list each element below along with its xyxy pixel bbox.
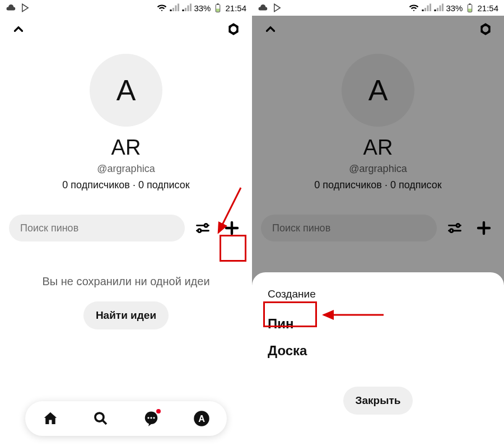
filter-button[interactable] (192, 217, 214, 239)
avatar[interactable]: A (90, 54, 162, 127)
empty-message: Вы не сохранили ни одной идеи (0, 275, 252, 288)
sheet-title: Создание (268, 288, 488, 300)
svg-point-7 (147, 417, 149, 419)
home-icon (42, 410, 59, 427)
signal-2-icon (433, 3, 444, 13)
svg-rect-13 (468, 9, 472, 12)
notification-dot (156, 409, 161, 414)
nav-search[interactable] (91, 409, 110, 428)
create-board-option[interactable]: Доска (268, 337, 307, 364)
battery-icon (213, 3, 223, 13)
signal-2-icon (181, 3, 192, 13)
follow-stats: 0 подписчиков · 0 подписок (0, 179, 252, 191)
svg-point-8 (150, 417, 152, 419)
display-name: AR (0, 136, 252, 160)
screenshot-right: 33% 21:54 A AR @argraphica 0 подписчиков… (252, 0, 504, 446)
nav-home[interactable] (41, 409, 60, 428)
add-button[interactable] (221, 217, 243, 239)
create-sheet: Создание Пин Доска Закрыть (252, 272, 504, 446)
filter-icon (195, 220, 211, 236)
find-ideas-button[interactable]: Найти идеи (83, 301, 169, 329)
signal-1-icon (421, 3, 431, 13)
battery-percent: 33% (446, 3, 463, 13)
svg-point-5 (95, 413, 104, 421)
play-store-icon (272, 3, 282, 13)
cloud-icon (258, 3, 268, 13)
cloud-icon (6, 3, 16, 13)
search-row (0, 215, 252, 241)
clock: 21:54 (225, 3, 246, 13)
battery-percent: 33% (194, 3, 211, 13)
screenshot-left: 33% 21:54 A AR @argraphica 0 подписчиков… (0, 0, 252, 446)
profile-badge-icon: A (193, 410, 210, 427)
status-bar: 33% 21:54 (252, 0, 504, 16)
create-pin-option[interactable]: Пин (268, 310, 294, 337)
chevron-up-icon[interactable] (11, 22, 26, 36)
svg-rect-14 (469, 4, 471, 5)
avatar-letter: A (116, 73, 136, 107)
settings-hex-icon[interactable] (226, 22, 241, 36)
wifi-icon (157, 3, 167, 13)
search-input[interactable] (9, 215, 185, 241)
bottom-nav: A (25, 401, 227, 436)
svg-point-3 (204, 224, 208, 227)
svg-point-9 (153, 417, 155, 419)
signal-1-icon (169, 3, 179, 13)
battery-icon (465, 3, 475, 13)
close-sheet-button[interactable]: Закрыть (343, 387, 413, 415)
play-store-icon (20, 3, 30, 13)
user-handle: @argraphica (0, 163, 252, 175)
app-header (0, 16, 252, 43)
svg-rect-1 (216, 9, 220, 12)
svg-text:A: A (198, 414, 205, 424)
clock: 21:54 (477, 3, 498, 13)
nav-profile[interactable]: A (192, 409, 211, 428)
nav-notifications[interactable] (142, 409, 161, 428)
svg-rect-2 (217, 4, 219, 5)
profile-section: A AR @argraphica 0 подписчиков · 0 подпи… (0, 43, 252, 191)
plus-icon (223, 220, 240, 236)
wifi-icon (409, 3, 419, 13)
empty-state: Вы не сохранили ни одной идеи Найти идеи (0, 275, 252, 329)
search-icon (92, 410, 109, 427)
svg-point-4 (198, 229, 201, 233)
status-bar: 33% 21:54 (0, 0, 252, 16)
